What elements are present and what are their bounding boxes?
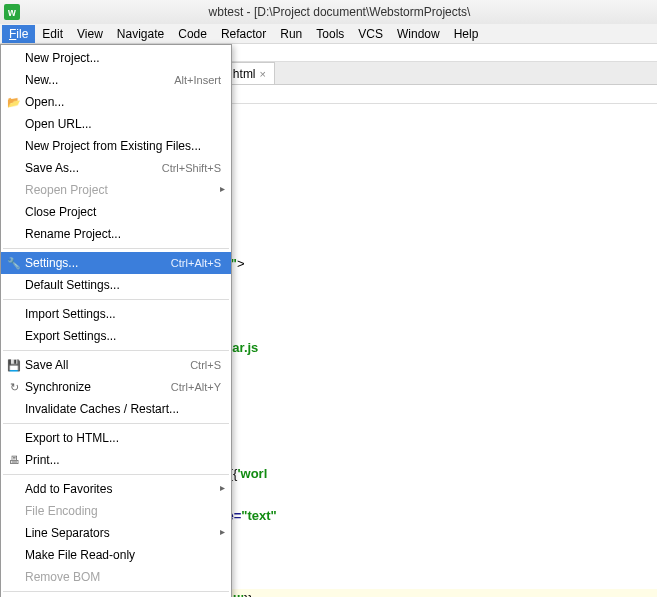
mi-invalidate-caches[interactable]: Invalidate Caches / Restart... xyxy=(1,398,231,420)
menu-refactor[interactable]: Refactor xyxy=(214,25,273,43)
menu-separator xyxy=(3,299,229,300)
app-icon: w xyxy=(4,4,20,20)
mi-make-readonly[interactable]: Make File Read-only xyxy=(1,544,231,566)
mi-open-url[interactable]: Open URL... xyxy=(1,113,231,135)
menu-separator xyxy=(3,423,229,424)
menu-navigate[interactable]: Navigate xyxy=(110,25,171,43)
menu-separator xyxy=(3,350,229,351)
mi-default-settings[interactable]: Default Settings... xyxy=(1,274,231,296)
menu-separator xyxy=(3,248,229,249)
menu-separator xyxy=(3,474,229,475)
menu-edit[interactable]: Edit xyxy=(35,25,70,43)
mi-print[interactable]: 🖶Print... xyxy=(1,449,231,471)
mi-settings[interactable]: 🔧Settings...Ctrl+Alt+S xyxy=(1,252,231,274)
menu-file[interactable]: File xyxy=(2,25,35,43)
menu-tools[interactable]: Tools xyxy=(309,25,351,43)
mi-synchronize[interactable]: ↻SynchronizeCtrl+Alt+Y xyxy=(1,376,231,398)
file-menu-dropdown: New Project... New...Alt+Insert 📂Open...… xyxy=(0,44,232,597)
mi-line-separators[interactable]: Line Separators xyxy=(1,522,231,544)
mi-new-from-existing[interactable]: New Project from Existing Files... xyxy=(1,135,231,157)
mi-open[interactable]: 📂Open... xyxy=(1,91,231,113)
mi-import-settings[interactable]: Import Settings... xyxy=(1,303,231,325)
save-icon: 💾 xyxy=(5,359,23,372)
mi-save-as[interactable]: Save As...Ctrl+Shift+S xyxy=(1,157,231,179)
mi-export-settings[interactable]: Export Settings... xyxy=(1,325,231,347)
menu-help[interactable]: Help xyxy=(447,25,486,43)
window-title: wbtest - [D:\Project document\WebstormPr… xyxy=(26,5,653,19)
folder-open-icon: 📂 xyxy=(5,96,23,109)
mi-export-html[interactable]: Export to HTML... xyxy=(1,427,231,449)
mi-close-project[interactable]: Close Project xyxy=(1,201,231,223)
mi-add-favorites[interactable]: Add to Favorites xyxy=(1,478,231,500)
wrench-icon: 🔧 xyxy=(5,257,23,270)
menu-run[interactable]: Run xyxy=(273,25,309,43)
sync-icon: ↻ xyxy=(5,381,23,394)
menu-window[interactable]: Window xyxy=(390,25,447,43)
menu-view[interactable]: View xyxy=(70,25,110,43)
mi-file-encoding[interactable]: File Encoding xyxy=(1,500,231,522)
mi-new[interactable]: New...Alt+Insert xyxy=(1,69,231,91)
menu-vcs[interactable]: VCS xyxy=(351,25,390,43)
menu-separator xyxy=(3,591,229,592)
mi-rename-project[interactable]: Rename Project... xyxy=(1,223,231,245)
close-icon[interactable]: × xyxy=(260,68,266,80)
mi-remove-bom[interactable]: Remove BOM xyxy=(1,566,231,588)
title-bar: w wbtest - [D:\Project document\Webstorm… xyxy=(0,0,657,24)
mi-reopen-project[interactable]: Reopen Project xyxy=(1,179,231,201)
menu-code[interactable]: Code xyxy=(171,25,214,43)
menu-bar: File Edit View Navigate Code Refactor Ru… xyxy=(0,24,657,44)
mi-save-all[interactable]: 💾Save AllCtrl+S xyxy=(1,354,231,376)
print-icon: 🖶 xyxy=(5,454,23,466)
mi-new-project[interactable]: New Project... xyxy=(1,47,231,69)
